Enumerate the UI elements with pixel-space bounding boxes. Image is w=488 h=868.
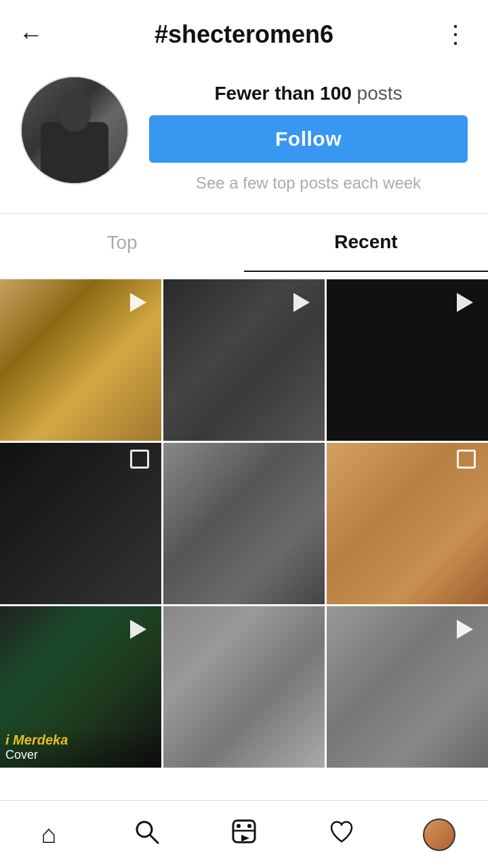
- page-title: #shecteromen6: [155, 20, 333, 49]
- content-grid-wrapper: i MerdekaCover: [0, 279, 488, 835]
- profile-image: [22, 77, 127, 183]
- grid-overlay-sub: Cover: [5, 748, 156, 762]
- home-icon: ⌂: [41, 820, 57, 849]
- grid-item-1[interactable]: [0, 279, 161, 441]
- grid-item-8[interactable]: [163, 606, 325, 768]
- reels-icon: [231, 818, 257, 850]
- grid-item-3[interactable]: [327, 279, 488, 441]
- grid-item-9[interactable]: [327, 606, 488, 768]
- play-triangle-icon: [130, 293, 146, 312]
- posts-grid: i MerdekaCover: [0, 279, 488, 768]
- tab-top[interactable]: Top: [0, 214, 244, 271]
- multi-square-icon: [130, 450, 149, 469]
- play-icon: [123, 288, 153, 317]
- grid-item-2[interactable]: [163, 279, 325, 441]
- grid-overlay-text: i Merdeka: [5, 732, 156, 748]
- nav-profile[interactable]: [412, 814, 466, 855]
- profile-section: Fewer than 100 posts Follow See a few to…: [0, 62, 488, 206]
- post-count-bold: Fewer than 100: [214, 83, 351, 104]
- avatar: [20, 76, 129, 184]
- grid-overlay: i MerdekaCover: [0, 727, 161, 768]
- multi-icon: [457, 450, 481, 474]
- grid-item-7[interactable]: i MerdekaCover: [0, 606, 161, 768]
- post-count: Fewer than 100 posts: [149, 83, 468, 104]
- nav-likes[interactable]: [314, 814, 369, 855]
- tab-recent[interactable]: Recent: [244, 214, 488, 272]
- header: ← #shecteromen6 ⋮: [0, 0, 488, 62]
- back-button[interactable]: ←: [19, 20, 52, 49]
- nav-search[interactable]: [119, 814, 174, 855]
- play-triangle-icon: [293, 293, 310, 312]
- follow-hint: See a few top posts each week: [149, 174, 468, 193]
- play-icon: [450, 614, 480, 644]
- bottom-navigation: ⌂: [0, 800, 488, 868]
- play-icon: [123, 614, 153, 644]
- more-options-button[interactable]: ⋮: [436, 20, 469, 49]
- svg-point-4: [247, 824, 251, 828]
- play-triangle-icon: [457, 293, 473, 312]
- profile-avatar-nav: [423, 818, 455, 851]
- svg-line-1: [150, 835, 158, 843]
- play-triangle-icon: [457, 620, 473, 639]
- grid-item-5[interactable]: [163, 443, 325, 604]
- multi-square-icon: [457, 450, 476, 469]
- grid-item-4[interactable]: [0, 443, 161, 604]
- grid-item-6[interactable]: [327, 443, 488, 604]
- svg-marker-6: [241, 835, 249, 842]
- multi-icon: [130, 450, 155, 474]
- post-count-suffix: posts: [352, 83, 403, 104]
- play-icon: [287, 288, 317, 317]
- play-icon: [450, 288, 480, 317]
- search-icon: [134, 818, 159, 850]
- nav-reels[interactable]: [217, 814, 271, 855]
- profile-info: Fewer than 100 posts Follow See a few to…: [149, 76, 468, 193]
- tabs: Top Recent: [0, 214, 488, 272]
- svg-point-3: [237, 824, 241, 828]
- nav-home[interactable]: ⌂: [22, 814, 76, 855]
- heart-icon: [329, 818, 354, 850]
- follow-button[interactable]: Follow: [149, 115, 468, 163]
- play-triangle-icon: [130, 620, 146, 639]
